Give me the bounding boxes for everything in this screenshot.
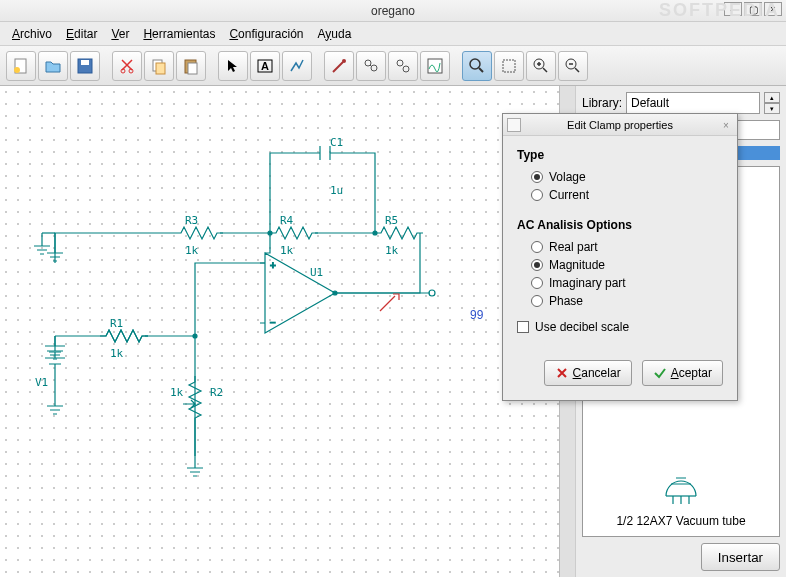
text-tool[interactable]: A — [250, 51, 280, 81]
library-down[interactable]: ▾ — [764, 103, 780, 114]
paste-button[interactable] — [176, 51, 206, 81]
svg-point-18 — [470, 59, 480, 69]
library-select[interactable]: Default — [626, 92, 760, 114]
radio-voltage[interactable]: Volage — [517, 168, 723, 186]
simulate-button[interactable] — [356, 51, 386, 81]
menu-configuracion[interactable]: Configuración — [223, 24, 309, 44]
menu-herramientas[interactable]: Herramientas — [137, 24, 221, 44]
checkbox-icon — [517, 321, 529, 333]
schematic: + − — [0, 86, 575, 577]
toolbar: A — [0, 46, 786, 86]
label-c1-val: 1u — [330, 184, 343, 197]
menu-archivo[interactable]: Archivo — [6, 24, 58, 44]
plot-button[interactable] — [420, 51, 450, 81]
menu-editar[interactable]: Editar — [60, 24, 103, 44]
label-r2-val: 1k — [170, 386, 183, 399]
accept-icon — [653, 366, 667, 380]
open-file-button[interactable] — [38, 51, 68, 81]
maximize-button[interactable]: ▢ — [744, 2, 762, 16]
accept-button[interactable]: Aceptar — [642, 360, 723, 386]
radio-icon — [531, 241, 543, 253]
label-r4-val: 1k — [280, 244, 293, 257]
zoom-region-button[interactable] — [494, 51, 524, 81]
svg-point-15 — [397, 60, 403, 66]
radio-icon — [531, 171, 543, 183]
svg-text:A: A — [261, 60, 269, 72]
radio-phase[interactable]: Phase — [517, 292, 723, 310]
net-99: 99 — [470, 308, 483, 322]
save-file-button[interactable] — [70, 51, 100, 81]
dialog-close-button[interactable]: × — [719, 118, 733, 132]
dialog-titlebar: Edit Clamp properties × — [503, 114, 737, 136]
svg-text:−: − — [270, 317, 276, 328]
svg-point-16 — [403, 66, 409, 72]
svg-point-1 — [14, 67, 20, 73]
radio-icon — [531, 295, 543, 307]
menu-ayuda[interactable]: Ayuda — [312, 24, 358, 44]
svg-point-12 — [342, 59, 346, 63]
svg-text:+: + — [270, 260, 276, 271]
label-r3-val: 1k — [185, 244, 198, 257]
radio-icon — [531, 259, 543, 271]
label-r3: R3 — [185, 214, 198, 227]
zoom-in-button[interactable] — [526, 51, 556, 81]
wire-tool[interactable] — [282, 51, 312, 81]
dialog-icon — [507, 118, 521, 132]
label-r5-val: 1k — [385, 244, 398, 257]
clamp-properties-dialog: Edit Clamp properties × Type Volage Curr… — [502, 113, 738, 401]
cut-button[interactable] — [112, 51, 142, 81]
label-r1: R1 — [110, 317, 123, 330]
menu-ver[interactable]: Ver — [105, 24, 135, 44]
label-u1: U1 — [310, 266, 323, 279]
cancel-button[interactable]: Cancelar — [544, 360, 632, 386]
radio-magnitude[interactable]: Magnitude — [517, 256, 723, 274]
type-heading: Type — [517, 148, 723, 162]
dialog-title-text: Edit Clamp properties — [567, 119, 673, 131]
svg-rect-3 — [81, 60, 89, 65]
radio-imaginary[interactable]: Imaginary part — [517, 274, 723, 292]
checkbox-decibel[interactable]: Use decibel scale — [517, 310, 723, 334]
zoom-out-button[interactable] — [558, 51, 588, 81]
minimize-button[interactable]: – — [724, 2, 742, 16]
label-c1: C1 — [330, 136, 343, 149]
library-selected: Default — [631, 96, 669, 110]
radio-current[interactable]: Current — [517, 186, 723, 204]
settings-button[interactable] — [388, 51, 418, 81]
label-r5: R5 — [385, 214, 398, 227]
part-name: 1/2 12AX7 Vacuum tube — [616, 514, 745, 528]
radio-icon — [531, 189, 543, 201]
label-r4: R4 — [280, 214, 293, 227]
svg-rect-9 — [188, 63, 197, 74]
label-r2: R2 — [210, 386, 223, 399]
library-label: Library: — [582, 96, 622, 110]
svg-rect-19 — [503, 60, 515, 72]
insert-button[interactable]: Insertar — [701, 543, 780, 571]
pointer-tool[interactable] — [218, 51, 248, 81]
zoom-tool[interactable] — [462, 51, 492, 81]
label-r1-val: 1k — [110, 347, 123, 360]
vacuum-tube-icon — [651, 456, 711, 506]
titlebar: oregano – ▢ × — [0, 0, 786, 22]
close-button[interactable]: × — [764, 2, 782, 16]
window-title: oregano — [371, 4, 415, 18]
new-file-button[interactable] — [6, 51, 36, 81]
svg-point-22 — [193, 334, 197, 338]
cancel-icon — [555, 366, 569, 380]
ac-heading: AC Analisis Options — [517, 218, 723, 232]
menubar: Archivo Editar Ver Herramientas Configur… — [0, 22, 786, 46]
radio-real[interactable]: Real part — [517, 238, 723, 256]
radio-icon — [531, 277, 543, 289]
copy-button[interactable] — [144, 51, 174, 81]
label-v1: V1 — [35, 376, 48, 389]
probe-tool[interactable] — [324, 51, 354, 81]
svg-rect-7 — [156, 63, 165, 74]
canvas[interactable]: + − C1 1u R3 1k R4 1k R5 1k U1 R1 1k 1k … — [0, 86, 576, 577]
svg-point-14 — [371, 65, 377, 71]
library-up[interactable]: ▴ — [764, 92, 780, 103]
